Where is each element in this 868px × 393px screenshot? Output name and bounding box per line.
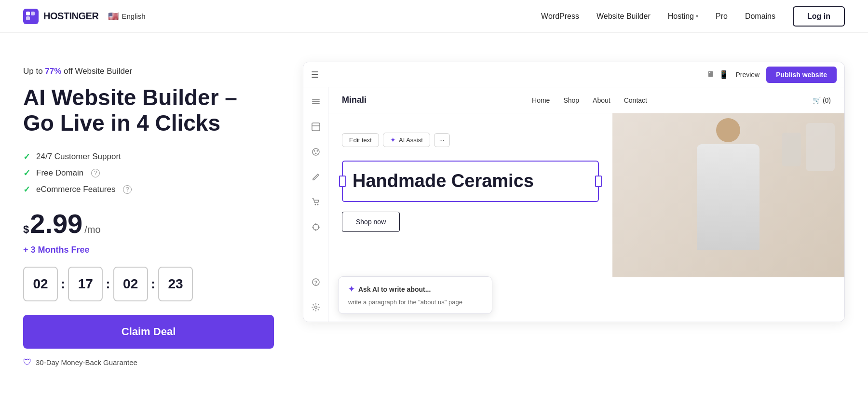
feature-ecommerce-text: eCommerce Features xyxy=(36,185,115,194)
hero-image-bg xyxy=(612,113,845,277)
palette-icon[interactable] xyxy=(308,144,324,160)
cart-icon-site: 🛒 xyxy=(813,96,821,104)
nav-domains[interactable]: Domains xyxy=(745,12,775,21)
timer-hours: 02 xyxy=(23,267,58,301)
logo-icon xyxy=(23,9,39,24)
person-figure xyxy=(680,118,776,272)
pencil-icon[interactable] xyxy=(308,169,324,185)
ai-panel-header: ✦ Ask AI to write about... xyxy=(348,285,482,294)
svg-point-10 xyxy=(316,150,318,152)
timer-ms: 23 xyxy=(158,267,193,301)
ecommerce-info-icon[interactable]: ? xyxy=(123,185,132,194)
person-head xyxy=(716,118,740,142)
layers-icon[interactable] xyxy=(308,94,324,109)
site-hero-image xyxy=(612,113,845,277)
timer-sep-3: : xyxy=(151,276,155,292)
svg-rect-2 xyxy=(26,16,30,20)
site-cart[interactable]: 🛒 (0) xyxy=(813,96,831,104)
check-icon-3: ✓ xyxy=(23,184,30,195)
builder-toolbar: ☰ 🖥 📱 Preview Publish website xyxy=(303,62,844,87)
currency-symbol: $ xyxy=(23,223,29,236)
claim-deal-button[interactable]: Claim Deal xyxy=(23,315,274,349)
svg-point-13 xyxy=(317,204,318,205)
crosshair-icon[interactable] xyxy=(308,219,324,235)
svg-rect-6 xyxy=(312,123,320,131)
ai-spark-icon: ✦ xyxy=(348,285,354,294)
mobile-icon[interactable]: 📱 xyxy=(719,70,729,79)
nav-pro[interactable]: Pro xyxy=(716,12,728,21)
svg-point-8 xyxy=(312,149,319,155)
promo-prefix: Up to xyxy=(23,67,45,76)
toolbar-left: ☰ xyxy=(311,69,319,80)
features-list: ✓ 24/7 Customer Support ✓ Free Domain ? … xyxy=(23,151,274,195)
edit-text-button[interactable]: Edit text xyxy=(342,133,379,147)
settings-icon[interactable] xyxy=(308,299,324,315)
price-number: 2.99 xyxy=(30,210,82,237)
left-panel: Up to 77% off Website Builder AI Website… xyxy=(23,62,274,367)
builder-sidebar: ? xyxy=(303,87,328,322)
svg-point-11 xyxy=(315,153,316,154)
cart-icon[interactable] xyxy=(308,194,324,210)
ai-panel-input[interactable]: write a paragraph for the "about us" pag… xyxy=(348,298,482,306)
promo-percent: 77% xyxy=(45,67,61,76)
promo-suffix: off Website Builder xyxy=(61,67,132,76)
ai-assist-button[interactable]: ✦ AI Assist xyxy=(383,133,430,147)
header-left: HOSTINGER 🇺🇸 English xyxy=(23,9,146,24)
more-options-button[interactable]: ··· xyxy=(434,133,450,147)
device-icons: 🖥 📱 xyxy=(706,70,729,79)
site-nav-about[interactable]: About xyxy=(593,96,610,104)
hero-title: Handmade Ceramics xyxy=(353,170,588,192)
ai-star-icon: ✦ xyxy=(390,136,396,144)
help-icon[interactable]: ? xyxy=(308,274,324,290)
hero-heading-box[interactable]: Handmade Ceramics xyxy=(342,161,599,202)
pricing-section: $ 2.99 /mo xyxy=(23,210,274,237)
edit-toolbar: Edit text ✦ AI Assist ··· xyxy=(342,133,599,147)
feature-ecommerce: ✓ eCommerce Features ? xyxy=(23,184,274,195)
nav-website-builder[interactable]: Website Builder xyxy=(597,12,651,21)
site-nav-contact[interactable]: Contact xyxy=(624,96,647,104)
site-nav-home[interactable]: Home xyxy=(532,96,550,104)
preview-button[interactable]: Preview xyxy=(735,71,760,79)
logo[interactable]: HOSTINGER xyxy=(23,9,98,24)
domain-info-icon[interactable]: ? xyxy=(91,169,100,177)
nav-wordpress[interactable]: WordPress xyxy=(541,12,579,21)
hamburger-icon[interactable]: ☰ xyxy=(311,69,319,80)
check-icon-1: ✓ xyxy=(23,151,30,162)
site-nav-shop[interactable]: Shop xyxy=(563,96,579,104)
hosting-chevron-icon: ▾ xyxy=(696,14,698,19)
ai-panel-label: Ask AI to write about... xyxy=(358,285,431,293)
guarantee-text: 30-Day Money-Back Guarantee xyxy=(36,358,137,366)
layout-icon[interactable] xyxy=(308,119,324,135)
person-body xyxy=(697,144,760,250)
svg-text:?: ? xyxy=(314,280,317,285)
svg-rect-1 xyxy=(31,12,35,15)
desktop-icon[interactable]: 🖥 xyxy=(706,70,714,79)
svg-point-9 xyxy=(313,150,315,152)
shop-now-button[interactable]: Shop now xyxy=(342,212,400,232)
language-selector[interactable]: 🇺🇸 English xyxy=(108,11,145,22)
main-title: AI Website Builder – Go Live in 4 Clicks xyxy=(23,85,274,136)
site-logo: Minali xyxy=(342,95,366,105)
builder-preview: ☰ 🖥 📱 Preview Publish website xyxy=(303,62,845,322)
price-row: $ 2.99 /mo xyxy=(23,210,274,237)
shield-icon: 🛡 xyxy=(23,357,32,367)
language-label: English xyxy=(122,12,145,20)
nav-hosting[interactable]: Hosting ▾ xyxy=(668,12,698,21)
svg-rect-4 xyxy=(312,101,320,102)
svg-rect-0 xyxy=(26,12,30,15)
countdown-timer: 02 : 17 : 02 : 23 xyxy=(23,267,274,301)
feature-domain-text: Free Domain xyxy=(36,168,83,178)
main-content: Up to 77% off Website Builder AI Website… xyxy=(0,33,868,387)
flag-icon: 🇺🇸 xyxy=(108,11,119,22)
builder-body: ? Minali Home Shop About Contact xyxy=(303,87,844,322)
login-button[interactable]: Log in xyxy=(793,6,845,27)
logo-text: HOSTINGER xyxy=(43,11,98,22)
header: HOSTINGER 🇺🇸 English WordPress Website B… xyxy=(0,0,868,33)
publish-button[interactable]: Publish website xyxy=(766,67,837,83)
feature-support-text: 24/7 Customer Support xyxy=(36,152,121,162)
timer-sep-1: : xyxy=(61,276,65,292)
site-hero-content: Edit text ✦ AI Assist ··· Handmade Ceram… xyxy=(328,113,612,277)
feature-domain: ✓ Free Domain ? xyxy=(23,168,274,178)
free-months: + 3 Months Free xyxy=(23,245,274,255)
check-icon-2: ✓ xyxy=(23,168,30,178)
